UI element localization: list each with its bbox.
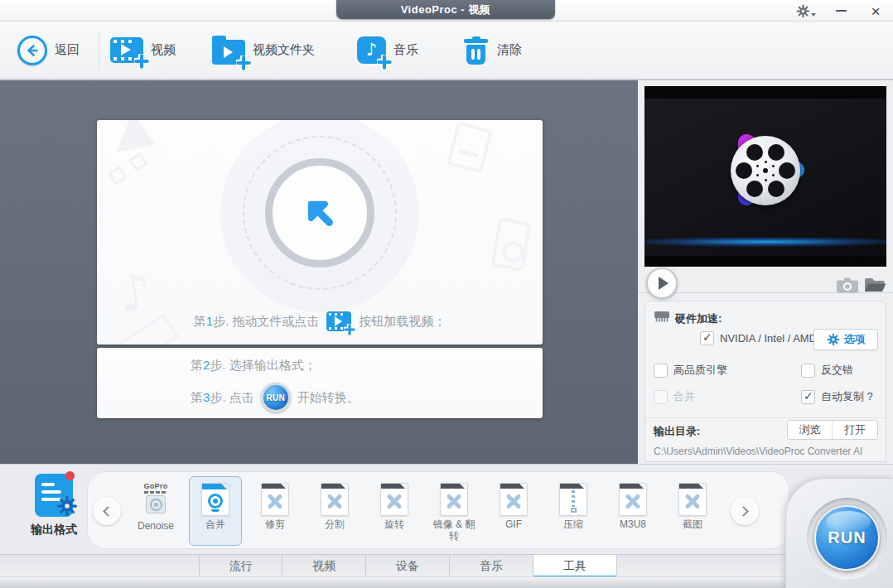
add-video-folder-button[interactable]: 视频文件夹 (212, 22, 315, 79)
deinterlace-checkbox[interactable] (801, 364, 815, 378)
add-music-icon: ♪ (357, 36, 386, 64)
gear-icon (796, 4, 816, 18)
watermark-play-triangle (117, 120, 164, 165)
close-button[interactable]: × (866, 2, 885, 20)
tool-compress[interactable]: 压缩 (547, 476, 600, 546)
back-button[interactable]: 返回 (17, 22, 80, 79)
add-video-label: 视频 (151, 42, 176, 58)
chevron-right-icon (738, 506, 749, 517)
cursor-arrow-icon (302, 195, 337, 230)
tab-tools[interactable]: 工具 (533, 555, 617, 578)
trim-icon (261, 483, 289, 516)
gif-icon (500, 483, 528, 516)
output-format-icon (35, 474, 73, 517)
compress-zip-icon (559, 483, 587, 516)
main-toolbar: 返回 视频 视频文件夹 ♪ 音乐 (0, 22, 893, 80)
snapshot-camera-icon[interactable] (837, 277, 858, 296)
rotate-icon (380, 483, 408, 516)
tool-trim[interactable]: 修剪 (249, 476, 302, 546)
output-dir-label: 输出目录: (654, 424, 700, 439)
videoproc-logo (716, 121, 815, 220)
add-video-button[interactable]: 视频 (110, 22, 176, 79)
output-divider (645, 417, 886, 418)
drop-target-circle[interactable] (220, 120, 419, 312)
gpu-label: NVIDIA / Intel / AMD (720, 332, 817, 345)
minimize-icon (836, 10, 847, 12)
merge-checkbox (654, 390, 668, 404)
trash-icon (462, 36, 490, 65)
chevron-left-icon (103, 506, 113, 517)
output-format-button[interactable]: 输出格式 (17, 474, 91, 537)
snapshot-tool-icon (678, 483, 707, 516)
tool-denoise[interactable]: GoPro Denoise (129, 476, 182, 546)
tab-device[interactable]: 设备 (366, 555, 450, 578)
tool-gif[interactable]: GIF (487, 476, 540, 546)
category-tab-bar: 流行 视频 设备 音乐 工具 (0, 554, 893, 577)
gopro-icon: GoPro (138, 483, 174, 518)
video-preview (644, 86, 886, 267)
add-music-label: 音乐 (393, 42, 418, 58)
merge-label: 合并 (673, 389, 695, 404)
options-label: 选项 (844, 332, 866, 347)
tool-split[interactable]: 分割 (308, 476, 361, 546)
close-icon: × (871, 3, 880, 19)
step1-instruction: 第1步. 拖动文件或点击 按钮加载视频； (97, 311, 543, 331)
options-button[interactable]: 选项 (813, 329, 878, 350)
tab-popular[interactable]: 流行 (199, 555, 282, 578)
add-music-button[interactable]: ♪ 音乐 (357, 22, 418, 79)
back-arrow-icon (17, 36, 47, 65)
tool-mirror-flip[interactable]: 镜像 & 翻转 (427, 476, 480, 546)
add-video-folder-icon (212, 40, 245, 65)
preview-play-button[interactable] (646, 267, 678, 299)
tool-merge[interactable]: 合并 (189, 476, 242, 546)
tool-rotate[interactable]: 旋转 (368, 476, 421, 546)
split-icon (321, 483, 349, 516)
gpu-checkbox[interactable] (700, 331, 714, 345)
options-gear-icon (827, 333, 840, 346)
add-video-folder-label: 视频文件夹 (253, 42, 315, 58)
caret-down-icon (811, 13, 816, 17)
open-folder-icon[interactable] (863, 277, 886, 296)
run-button[interactable]: RUN (814, 505, 880, 571)
video-button-inline-icon (326, 311, 351, 331)
scroll-left-button[interactable] (93, 497, 121, 525)
toolbar-separator (99, 31, 99, 70)
clear-button[interactable]: 清除 (462, 22, 522, 79)
run-button-ring: RUN (807, 498, 887, 578)
add-video-icon (110, 37, 143, 63)
scroll-right-button[interactable] (731, 497, 759, 525)
output-path: C:\Users\Admin\Videos\VideoProc Converte… (654, 446, 862, 457)
preview-glow (644, 237, 886, 247)
auto-copy-label: 自动复制 ? (821, 389, 873, 404)
clear-label: 清除 (497, 42, 522, 58)
tool-snapshot[interactable]: 截图 (666, 476, 719, 546)
run-button-inline-icon: RUN (261, 383, 291, 412)
hardware-settings-card: 硬件加速: NVIDIA / Intel / AMD (644, 301, 886, 462)
minimize-button[interactable] (832, 2, 850, 20)
watermark-ipod (490, 217, 532, 272)
open-button[interactable]: 打开 (833, 421, 877, 439)
hq-engine-label: 高品质引擎 (673, 363, 727, 378)
settings-menu-button[interactable] (797, 2, 815, 20)
deinterlace-label: 反交错 (821, 363, 853, 378)
bottom-panel: 输出格式 GoPro Denoise 合并 修剪 (0, 464, 893, 588)
tools-tray: GoPro Denoise 合并 修剪 分割 (87, 471, 789, 549)
output-format-label: 输出格式 (17, 523, 91, 537)
step3-instruction: 第3步. 点击 RUN 开始转换。 (191, 383, 360, 412)
tool-m3u8[interactable]: M3U8 (606, 476, 659, 546)
workspace-background: ♪ 第1步. 拖动文件或点击 按钮加载视频； (0, 80, 638, 464)
chip-icon (654, 311, 670, 326)
auto-copy-checkbox[interactable] (801, 390, 815, 404)
tab-music[interactable]: 音乐 (450, 555, 533, 578)
merge-icon (201, 483, 229, 516)
hq-engine-checkbox[interactable] (654, 364, 668, 378)
back-label: 返回 (55, 42, 80, 58)
step2-instruction: 第2步. 选择输出格式； (191, 358, 316, 374)
notification-dot (65, 471, 75, 480)
browse-button[interactable]: 浏览 (788, 421, 833, 439)
drop-zone[interactable]: ♪ 第1步. 拖动文件或点击 按钮加载视频； (97, 120, 543, 345)
tab-video[interactable]: 视频 (282, 555, 366, 578)
film-reel-icon (731, 136, 800, 205)
hardware-accel-title: 硬件加速: (675, 311, 722, 326)
m3u8-icon (619, 483, 647, 516)
